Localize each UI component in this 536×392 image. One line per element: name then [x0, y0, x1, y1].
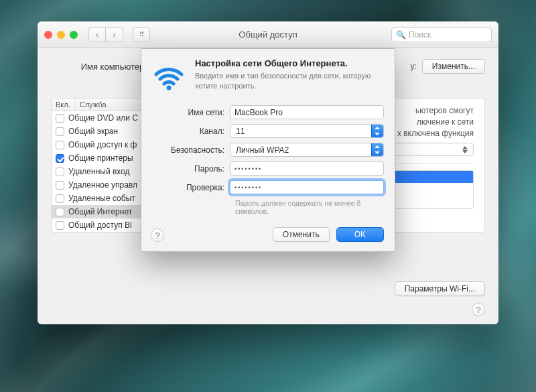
help-button[interactable]: ?	[472, 303, 485, 316]
service-label: Общие принтеры	[68, 153, 133, 163]
search-placeholder: Поиск	[409, 30, 431, 40]
verify-password-input[interactable]: ••••••••	[230, 180, 384, 194]
forward-button[interactable]: ›	[106, 27, 123, 42]
service-label: Общий Интернет	[68, 207, 132, 216]
stepper-icon	[371, 143, 383, 156]
service-checkbox[interactable]	[56, 168, 64, 176]
network-name-input[interactable]: MacBook Pro	[230, 105, 384, 119]
service-checkbox[interactable]	[56, 127, 64, 136]
channel-select[interactable]: 11	[230, 124, 384, 138]
cancel-button[interactable]: Отменить	[273, 227, 330, 242]
service-label: Общие DVD или C	[68, 113, 138, 123]
minimize-button[interactable]	[57, 31, 65, 39]
service-label: Удаленные событ	[68, 194, 135, 203]
ok-button[interactable]: OK	[336, 227, 384, 242]
close-button[interactable]	[44, 31, 52, 39]
service-checkbox[interactable]	[56, 221, 64, 230]
connection-select[interactable]	[393, 143, 474, 156]
password-input[interactable]: ••••••••	[230, 161, 384, 176]
search-icon: 🔍	[396, 30, 406, 40]
password-rule-hint: Пароль должен содержать не менее 8 симво…	[235, 199, 384, 215]
via-label-suffix: у:	[411, 62, 417, 71]
wifi-icon	[151, 58, 187, 94]
service-label: Удаленное управл	[68, 180, 137, 190]
security-label: Безопасность:	[151, 145, 230, 155]
security-select[interactable]: Личный WPA2	[230, 143, 384, 157]
service-label: Общий экран	[68, 127, 118, 136]
titlebar: ‹ › ⠿ Общий доступ 🔍 Поиск	[38, 21, 498, 48]
dialog-title: Настройка сети Общего Интернета.	[195, 58, 384, 68]
service-label: Общий доступ Bl	[68, 220, 132, 230]
window-controls	[44, 31, 78, 39]
verify-label: Проверка:	[151, 183, 230, 192]
nav-buttons: ‹ ›	[88, 27, 123, 42]
col-on: Вкл.	[52, 99, 76, 111]
show-all-button[interactable]: ⠿	[133, 27, 150, 42]
service-label: Общий доступ к ф	[68, 140, 137, 149]
dialog-form: Имя сети: MacBook Pro Канал: 11 Безопасн…	[151, 105, 384, 215]
service-label: Удаленный вход	[68, 167, 130, 176]
stepper-icon	[371, 125, 383, 137]
channel-label: Канал:	[151, 127, 230, 136]
password-label: Пароль:	[151, 164, 230, 174]
dialog-subtitle: Введите имя и тип безопасности для сети,…	[195, 71, 384, 91]
col-service: Служба	[76, 99, 111, 111]
service-checkbox[interactable]	[56, 141, 64, 149]
wifi-options-button[interactable]: Параметры Wi-Fi...	[395, 281, 485, 296]
grid-icon: ⠿	[139, 31, 143, 38]
service-checkbox[interactable]	[56, 154, 64, 163]
stepper-icon	[462, 146, 472, 153]
service-checkbox[interactable]	[56, 208, 64, 216]
dialog-help-button[interactable]: ?	[151, 228, 164, 242]
back-button[interactable]: ‹	[88, 27, 106, 42]
service-checkbox[interactable]	[56, 114, 64, 123]
change-button[interactable]: Изменить...	[422, 59, 485, 74]
svg-point-0	[167, 86, 172, 90]
service-checkbox[interactable]	[56, 194, 64, 203]
service-checkbox[interactable]	[56, 181, 64, 190]
search-field[interactable]: 🔍 Поиск	[391, 27, 492, 42]
internet-sharing-dialog: Настройка сети Общего Интернета. Введите…	[141, 48, 395, 252]
network-name-label: Имя сети:	[151, 108, 230, 117]
zoom-button[interactable]	[70, 31, 78, 39]
